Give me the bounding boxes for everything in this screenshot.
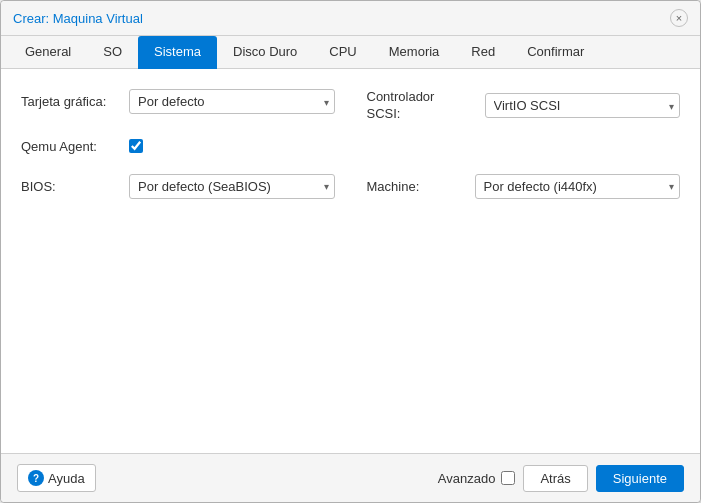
tab-sistema[interactable]: Sistema xyxy=(138,36,217,69)
qemu-agent-checkbox[interactable] xyxy=(129,139,143,153)
footer: ? Ayuda Avanzado Atrás Siguiente xyxy=(1,453,700,502)
next-button[interactable]: Siguiente xyxy=(596,465,684,492)
tarjeta-grafica-select[interactable]: Por defecto xyxy=(129,89,335,114)
footer-left: ? Ayuda xyxy=(17,464,96,492)
bios-select[interactable]: Por defecto (SeaBIOS) xyxy=(129,174,335,199)
qemu-agent-checkbox-row xyxy=(129,139,143,153)
bios-select-wrapper: Por defecto (SeaBIOS) ▾ xyxy=(129,174,335,199)
tarjeta-grafica-label: Tarjeta gráfica: xyxy=(21,94,121,109)
footer-right: Avanzado Atrás Siguiente xyxy=(438,465,684,492)
advanced-checkbox[interactable] xyxy=(501,471,515,485)
machine-row: Machine: Por defecto (i440fx) ▾ xyxy=(367,174,681,199)
bios-label: BIOS: xyxy=(21,179,121,194)
window-title: Crear: Maquina Virtual xyxy=(13,11,143,26)
tab-disco-duro[interactable]: Disco Duro xyxy=(217,36,313,69)
tab-bar: General SO Sistema Disco Duro CPU Memori… xyxy=(1,36,700,69)
tarjeta-grafica-select-wrapper: Por defecto ▾ xyxy=(129,89,335,114)
machine-select-wrapper: Por defecto (i440fx) ▾ xyxy=(475,174,681,199)
back-button[interactable]: Atrás xyxy=(523,465,587,492)
close-icon: × xyxy=(676,12,682,24)
form-grid: Tarjeta gráfica: Por defecto ▾ Controlad… xyxy=(21,89,680,199)
help-icon: ? xyxy=(28,470,44,486)
tab-memoria[interactable]: Memoria xyxy=(373,36,456,69)
advanced-row: Avanzado xyxy=(438,471,516,486)
machine-label: Machine: xyxy=(367,179,467,194)
title-bar: Crear: Maquina Virtual × xyxy=(1,1,700,36)
content-area: Tarjeta gráfica: Por defecto ▾ Controlad… xyxy=(1,69,700,453)
tab-red[interactable]: Red xyxy=(455,36,511,69)
tab-general[interactable]: General xyxy=(9,36,87,69)
main-window: Crear: Maquina Virtual × General SO Sist… xyxy=(0,0,701,503)
help-button[interactable]: ? Ayuda xyxy=(17,464,96,492)
tab-confirmar[interactable]: Confirmar xyxy=(511,36,600,69)
close-button[interactable]: × xyxy=(670,9,688,27)
tab-cpu[interactable]: CPU xyxy=(313,36,372,69)
machine-select[interactable]: Por defecto (i440fx) xyxy=(475,174,681,199)
controlador-scsi-row: ControladorSCSI: VirtIO SCSI ▾ xyxy=(367,89,681,123)
controlador-scsi-select-wrapper: VirtIO SCSI ▾ xyxy=(485,93,681,118)
bios-row: BIOS: Por defecto (SeaBIOS) ▾ xyxy=(21,174,335,199)
qemu-agent-row: Qemu Agent: xyxy=(21,139,335,154)
qemu-agent-label: Qemu Agent: xyxy=(21,139,121,154)
tarjeta-grafica-row: Tarjeta gráfica: Por defecto ▾ xyxy=(21,89,335,114)
tab-so[interactable]: SO xyxy=(87,36,138,69)
help-label: Ayuda xyxy=(48,471,85,486)
controlador-scsi-select[interactable]: VirtIO SCSI xyxy=(485,93,681,118)
advanced-label: Avanzado xyxy=(438,471,496,486)
controlador-scsi-label: ControladorSCSI: xyxy=(367,89,477,123)
